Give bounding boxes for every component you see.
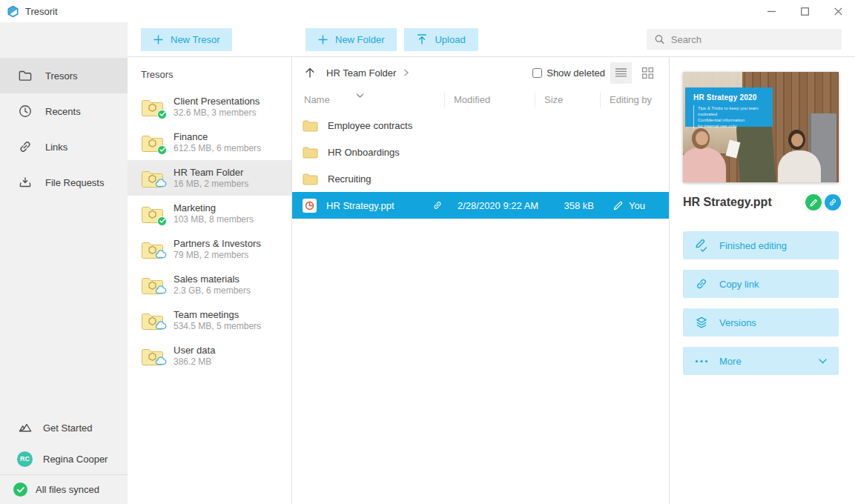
link-icon [695,277,708,291]
versions-button[interactable]: Versions [683,308,839,336]
more-button[interactable]: More [683,347,839,375]
up-arrow-icon[interactable] [304,67,316,79]
grid-view-button[interactable] [637,62,658,84]
file-editing-by: You [629,200,645,211]
synced-badge-icon [157,110,167,119]
tresor-folder-icon [141,276,164,294]
app-title: Tresorit [25,6,58,17]
maximize-button[interactable] [788,0,822,22]
synced-badge-icon [157,216,167,226]
list-view-button[interactable] [610,62,632,84]
new-folder-button[interactable]: New Folder [306,28,397,51]
titlebar: Tresorit [0,0,855,22]
upload-button[interactable]: Upload [404,28,478,51]
tresor-folder-icon [141,311,164,330]
tresor-item-partners-investors[interactable]: Partners & Investors 79 MB, 2 members [128,231,291,267]
editing-status-badge[interactable] [805,194,822,210]
tresor-item-client-presentations[interactable]: Client Presentations 32.6 MB, 3 members [128,89,291,125]
tresor-name: Finance [174,131,261,143]
file-rows: Employee contracts HR Onboardings [292,112,669,504]
tresors-panel-header: Tresors [128,69,291,80]
ellipsis-icon [695,359,708,363]
upload-icon [417,34,427,44]
column-modified[interactable]: Modified [444,93,535,107]
link-icon [18,139,33,154]
sidebar-item-label: Recents [45,106,81,117]
tresor-name: Team meetings [174,309,261,321]
file-title-row: HR Strategy.ppt [683,193,841,211]
file-row-employee-contracts[interactable]: Employee contracts [292,112,669,139]
file-row-hr-onboardings[interactable]: HR Onboardings [292,139,669,165]
column-name[interactable]: Name [292,93,444,107]
file-row-hr-strategy[interactable]: HR Strategy.ppt 2/28/2020 9:22 AM 358 kB [292,192,669,219]
get-started-label: Get Started [43,422,92,434]
tresor-name: Marketing [174,202,254,214]
tresor-folder-icon [141,98,164,116]
column-headers: Name Modified Size Editing by [292,88,669,112]
minimize-button[interactable] [755,0,788,22]
copy-link-button[interactable]: Copy link [683,270,839,298]
sidebar-item-tresors[interactable]: Tresors [0,58,128,93]
user-account[interactable]: RC Regina Cooper [0,443,128,474]
tresor-item-marketing[interactable]: Marketing 103 MB, 8 members [128,196,291,231]
show-deleted-toggle[interactable]: Show deleted [532,67,605,79]
cloud-badge-icon [155,355,167,368]
more-label: More [719,356,742,367]
tresor-item-hr-team-folder[interactable]: HR Team Folder 16 MB, 2 members [128,160,291,196]
copy-link-label: Copy link [719,279,759,290]
tresor-item-team-meetings[interactable]: Team meetings 534.5 MB, 5 members [128,302,291,338]
list-view-icon [615,68,627,77]
sync-statusbar[interactable]: All files synced [0,474,128,504]
preview-person-face [791,133,803,147]
file-panel-header: HR Team Folder Show deleted [292,57,669,88]
toolbar: New Tresor New Folder Upload [128,22,855,57]
column-size[interactable]: Size [535,93,600,107]
search-box[interactable] [647,29,842,50]
folder-icon [303,119,318,132]
new-tresor-button[interactable]: New Tresor [141,28,232,51]
cloud-badge-icon [155,284,167,297]
tresor-item-user-data[interactable]: User data 386.2 MB [128,338,291,374]
file-panel: HR Team Folder Show deleted [292,57,670,504]
file-row-recruiting[interactable]: Recruiting [292,165,669,192]
file-preview-thumbnail[interactable]: HR Strategy 2020 Tips & Tricks to keep y… [683,72,839,182]
editing-pencil-icon [613,201,623,210]
preview-slide-subtitle: Tips & Tricks to keep you team motivated… [693,105,773,129]
user-name: Regina Cooper [43,454,108,465]
details-panel: HR Strategy 2020 Tips & Tricks to keep y… [670,57,855,504]
search-input[interactable] [671,34,833,45]
folder-icon [303,173,318,185]
file-panel-header-right: Show deleted [532,62,658,84]
tresor-name: User data [174,345,215,357]
sidebar-bottom: Get Started RC Regina Cooper [0,412,128,474]
finished-editing-label: Finished editing [719,240,787,251]
upload-label: Upload [435,34,465,45]
tresorit-logo-icon [7,5,19,18]
plus-icon [318,35,328,44]
get-started-link[interactable]: Get Started [0,412,128,443]
breadcrumb[interactable]: HR Team Folder [326,67,396,79]
folder-icon [18,68,33,83]
tresor-item-finance[interactable]: Finance 612.5 MB, 6 members [128,125,291,160]
sidebar-item-links[interactable]: Links [0,129,128,165]
new-tresor-label: New Tresor [171,34,219,45]
tresor-folder-icon [141,169,164,188]
tresor-name: Client Presentations [174,96,260,107]
pencil-icon [810,199,818,207]
clock-icon [18,104,33,119]
tresor-meta: 386.2 MB [174,357,215,367]
file-name: HR Strategy.ppt [326,200,395,211]
column-editing-by[interactable]: Editing by [600,93,669,107]
sidebar-item-file-requests[interactable]: File Requests [0,165,128,200]
link-icon [828,198,837,207]
window-controls [755,0,855,22]
avatar: RC [17,451,33,467]
folder-icon [303,146,318,159]
link-status-badge[interactable] [825,194,841,210]
sidebar-item-recents[interactable]: Recents [0,93,128,129]
tresor-item-sales-materials[interactable]: Sales materials 2.3 GB, 6 members [128,267,291,302]
close-button[interactable] [822,0,855,22]
finished-editing-button[interactable]: Finished editing [683,231,839,259]
preview-person-face [696,131,708,145]
show-deleted-checkbox[interactable] [532,68,542,78]
